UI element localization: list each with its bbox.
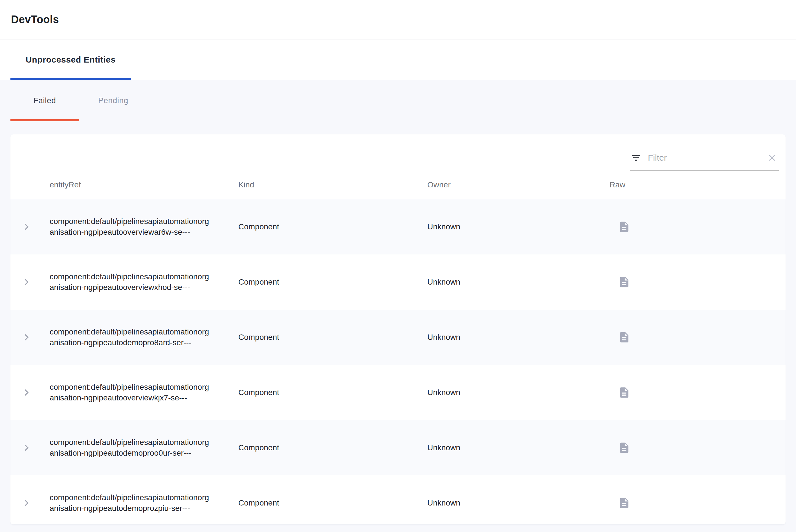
tab-failed[interactable]: Failed bbox=[11, 80, 79, 121]
expand-row-button[interactable] bbox=[11, 441, 50, 454]
raw-cell bbox=[610, 276, 785, 288]
entityref-cell: component:default/pipelinesapiautomation… bbox=[50, 437, 213, 458]
owner-cell: Unknown bbox=[427, 498, 610, 508]
table-row: component:default/pipelinesapiautomation… bbox=[11, 365, 785, 420]
page-title: DevTools bbox=[11, 14, 59, 26]
owner-cell: Unknown bbox=[427, 443, 610, 452]
raw-cell bbox=[610, 221, 785, 233]
view-raw-button[interactable] bbox=[618, 441, 630, 454]
table-row: component:default/pipelinesapiautomation… bbox=[11, 310, 785, 365]
tab-label: Failed bbox=[34, 96, 56, 105]
kind-cell: Component bbox=[238, 278, 427, 287]
entityref-cell: component:default/pipelinesapiautomation… bbox=[50, 492, 213, 514]
document-icon bbox=[618, 386, 630, 399]
column-header-entityref: entityRef bbox=[50, 180, 238, 189]
raw-cell bbox=[610, 497, 785, 509]
kind-cell: Component bbox=[238, 443, 427, 452]
column-header-raw: Raw bbox=[610, 180, 785, 189]
view-raw-button[interactable] bbox=[618, 497, 630, 509]
expand-row-button[interactable] bbox=[11, 276, 50, 288]
chevron-right-icon bbox=[20, 221, 33, 233]
expand-row-button[interactable] bbox=[11, 331, 50, 343]
chevron-right-icon bbox=[20, 497, 33, 509]
view-raw-button[interactable] bbox=[618, 221, 630, 233]
kind-cell: Component bbox=[238, 333, 427, 342]
raw-cell bbox=[610, 386, 785, 399]
entityref-cell: component:default/pipelinesapiautomation… bbox=[50, 216, 213, 238]
table-row: component:default/pipelinesapiautomation… bbox=[11, 420, 785, 475]
expand-row-button[interactable] bbox=[11, 497, 50, 509]
table-body: component:default/pipelinesapiautomation… bbox=[11, 199, 785, 525]
tab-unprocessed-entities[interactable]: Unprocessed Entities bbox=[11, 39, 131, 80]
expand-row-button[interactable] bbox=[11, 221, 50, 233]
tab-label: Unprocessed Entities bbox=[26, 55, 116, 64]
owner-cell: Unknown bbox=[427, 278, 610, 287]
close-icon bbox=[767, 153, 777, 163]
entityref-cell: component:default/pipelinesapiautomation… bbox=[50, 382, 213, 403]
raw-cell bbox=[610, 441, 785, 454]
owner-cell: Unknown bbox=[427, 333, 610, 342]
entityref-cell: component:default/pipelinesapiautomation… bbox=[50, 271, 213, 293]
chevron-right-icon bbox=[20, 386, 33, 399]
raw-cell bbox=[610, 331, 785, 343]
owner-cell: Unknown bbox=[427, 388, 610, 397]
filter-row bbox=[11, 134, 785, 171]
document-icon bbox=[618, 221, 630, 233]
owner-cell: Unknown bbox=[427, 222, 610, 231]
content-area: Failed Pending bbox=[0, 80, 796, 532]
expand-row-button[interactable] bbox=[11, 386, 50, 399]
filter-list-icon bbox=[630, 152, 642, 164]
entityref-cell: component:default/pipelinesapiautomation… bbox=[50, 327, 213, 348]
clear-filter-button[interactable] bbox=[765, 151, 779, 165]
active-tab-indicator bbox=[11, 78, 131, 80]
main-tab-bar: Unprocessed Entities bbox=[0, 39, 796, 80]
kind-cell: Component bbox=[238, 498, 427, 508]
document-icon bbox=[618, 441, 630, 454]
document-icon bbox=[618, 276, 630, 288]
status-tab-bar: Failed Pending bbox=[0, 80, 796, 121]
document-icon bbox=[618, 331, 630, 343]
view-raw-button[interactable] bbox=[618, 331, 630, 343]
chevron-right-icon bbox=[20, 276, 33, 288]
filter-field[interactable] bbox=[630, 145, 779, 171]
table-row: component:default/pipelinesapiautomation… bbox=[11, 199, 785, 254]
table-row: component:default/pipelinesapiautomation… bbox=[11, 475, 785, 525]
table-row: component:default/pipelinesapiautomation… bbox=[11, 254, 785, 310]
unprocessed-entities-card: entityRef Kind Owner Raw component:defau… bbox=[11, 134, 785, 525]
app-header: DevTools bbox=[0, 0, 796, 39]
column-header-kind: Kind bbox=[238, 180, 427, 189]
table-header-row: entityRef Kind Owner Raw bbox=[11, 171, 785, 199]
chevron-right-icon bbox=[20, 331, 33, 343]
active-subtab-indicator bbox=[11, 119, 79, 121]
tab-label: Pending bbox=[98, 96, 128, 105]
column-header-owner: Owner bbox=[427, 180, 610, 189]
kind-cell: Component bbox=[238, 388, 427, 397]
document-icon bbox=[618, 497, 630, 509]
tab-pending[interactable]: Pending bbox=[79, 80, 147, 121]
kind-cell: Component bbox=[238, 222, 427, 231]
view-raw-button[interactable] bbox=[618, 386, 630, 399]
chevron-right-icon bbox=[20, 441, 33, 454]
view-raw-button[interactable] bbox=[618, 276, 630, 288]
filter-input[interactable] bbox=[648, 153, 763, 163]
